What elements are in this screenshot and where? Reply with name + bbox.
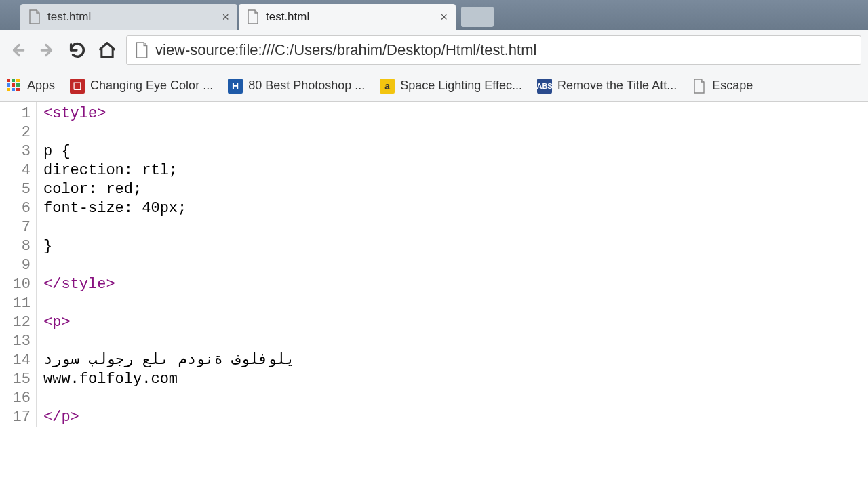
code-line [43,123,295,142]
line-number: 3 [5,142,31,161]
close-icon[interactable]: × [222,10,229,24]
code-line: <style> [43,104,295,123]
bookmark-icon: ABS [537,79,552,94]
code-line: p { [43,142,295,161]
line-number: 17 [5,408,31,427]
code-line: www.folfoly.com [43,370,295,389]
address-text: view-source:file:///C:/Users/brahim/Desk… [155,41,536,59]
address-bar[interactable]: view-source:file:///C:/Users/brahim/Desk… [126,35,861,65]
bookmark-item[interactable]: Escape [692,79,753,94]
close-icon[interactable]: × [440,10,448,24]
bookmark-item[interactable]: a Space Lighting Effec... [380,79,522,94]
bookmarks-bar: Apps ❏ Changing Eye Color ... H 80 Best … [0,70,868,102]
bookmark-label: Space Lighting Effec... [400,79,522,93]
file-icon [28,9,41,24]
file-icon [247,9,259,24]
bookmark-icon: a [380,79,395,94]
apps-label: Apps [27,79,55,93]
line-number: 8 [5,237,31,256]
code-line: } [43,237,295,256]
bookmark-item[interactable]: ABS Remove the Title Att... [537,79,677,94]
bookmark-item[interactable]: ❏ Changing Eye Color ... [70,79,213,94]
code-line [43,294,295,313]
code-line: color: red; [43,180,295,199]
reload-button[interactable] [66,39,88,61]
toolbar: view-source:file:///C:/Users/brahim/Desk… [0,30,868,70]
code-line: </style> [43,275,295,294]
code-area[interactable]: <style> p { direction: rtl; color: red; … [37,102,295,427]
line-gutter: 1 2 3 4 5 6 7 8 9 10 11 12 13 14 15 16 1… [0,102,37,427]
apps-grid-icon [7,79,22,94]
bookmark-item[interactable]: H 80 Best Photoshop ... [228,79,365,94]
tab-title: test.html [266,10,435,24]
apps-button[interactable]: Apps [7,79,55,94]
file-icon [692,79,707,94]
bookmark-label: 80 Best Photoshop ... [248,79,365,93]
tab-strip: test.html × test.html × [0,0,868,30]
line-number: 16 [5,389,31,408]
code-line: direction: rtl; [43,161,295,180]
line-number: 14 [5,351,31,370]
bookmark-label: Remove the Title Att... [557,79,677,93]
line-number: 11 [5,294,31,313]
tab-active[interactable]: test.html × [239,4,456,30]
line-number: 2 [5,123,31,142]
code-line [43,256,295,275]
code-line: <p> [43,313,295,332]
bookmark-label: Escape [712,79,753,93]
reload-icon [68,41,87,60]
line-number: 9 [5,256,31,275]
new-tab-button[interactable] [461,7,494,27]
tab-inactive[interactable]: test.html × [20,4,237,30]
forward-button[interactable] [37,39,58,61]
home-icon [98,41,117,60]
code-line [43,389,295,408]
code-line: </p> [43,408,295,427]
back-button[interactable] [7,39,28,61]
arrow-left-icon [9,41,26,59]
code-line: دروس بلوجر على مدونة فولفولي [43,351,295,370]
line-number: 1 [5,104,31,123]
line-number: 5 [5,180,31,199]
tab-title: test.html [47,10,216,24]
code-line: font-size: 40px; [43,199,295,218]
source-view: 1 2 3 4 5 6 7 8 9 10 11 12 13 14 15 16 1… [0,102,868,427]
line-number: 10 [5,275,31,294]
code-line [43,218,295,237]
bookmark-icon: ❏ [70,79,85,94]
line-number: 6 [5,199,31,218]
line-number: 4 [5,161,31,180]
code-line [43,332,295,351]
line-number: 13 [5,332,31,351]
home-button[interactable] [96,39,118,61]
bookmark-label: Changing Eye Color ... [90,79,213,93]
file-icon [135,42,149,58]
line-number: 7 [5,218,31,237]
line-number: 12 [5,313,31,332]
bookmark-icon: H [228,79,243,94]
arrow-right-icon [39,41,56,59]
line-number: 15 [5,370,31,389]
